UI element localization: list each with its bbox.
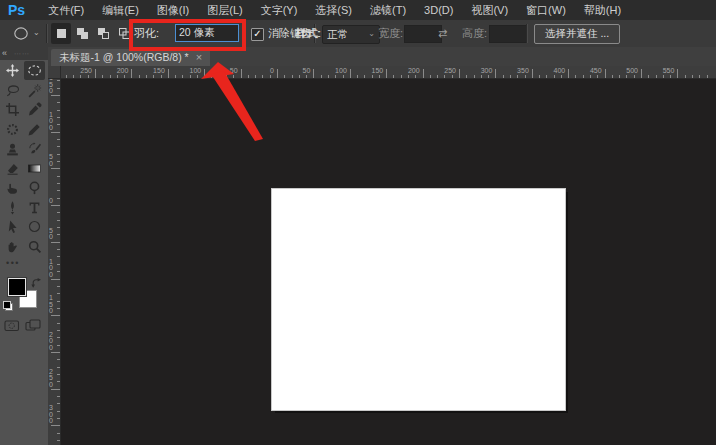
ruler-tick (634, 75, 635, 78)
ruler-tick (51, 279, 60, 280)
eraser-icon (5, 161, 20, 176)
tool-ellipse-shape[interactable] (24, 217, 45, 236)
ruler-tick (57, 139, 60, 140)
ruler-tick (51, 315, 60, 316)
menu-item-4[interactable]: 文字(Y) (252, 0, 307, 20)
ruler-tick (57, 337, 60, 338)
ruler-tick (57, 176, 60, 177)
tool-smudge[interactable] (2, 178, 23, 197)
tool-eraser[interactable] (2, 159, 23, 178)
new-selection-button[interactable] (51, 23, 71, 44)
tool-history-brush[interactable] (24, 139, 45, 158)
ruler-tick (153, 75, 154, 78)
ruler-label: 200 (117, 67, 131, 74)
menu-item-7[interactable]: 3D(D) (415, 0, 462, 20)
ruler-tick (57, 301, 60, 302)
subtract-from-selection-button[interactable] (93, 23, 113, 44)
quick-mask-button[interactable] (4, 318, 20, 336)
pencil-icon (27, 122, 42, 137)
smudge-icon (5, 180, 20, 195)
ruler-label: 2 5 0 (49, 368, 53, 388)
add-to-selection-button[interactable] (72, 23, 92, 44)
ruler-tick (692, 75, 693, 78)
tool-hand[interactable] (2, 237, 23, 256)
ruler-tick (117, 75, 118, 78)
menu-item-6[interactable]: 滤镜(T) (361, 0, 415, 20)
ruler-tick (401, 75, 402, 78)
document-tab[interactable]: 未标题-1 @ 100%(RGB/8) * × (51, 49, 210, 66)
tool-move[interactable] (2, 61, 23, 80)
tool-clone-stamp[interactable] (2, 139, 23, 158)
tool-preset-button[interactable]: ⌄ (13, 20, 40, 47)
ruler-tick (699, 75, 700, 78)
tool-zoom[interactable] (24, 237, 45, 256)
tool-crop[interactable] (2, 100, 23, 119)
menu-item-2[interactable]: 图像(I) (148, 0, 198, 20)
feather-input[interactable] (175, 24, 239, 42)
gradient-icon (27, 161, 42, 176)
tool-path-selection[interactable] (2, 217, 23, 236)
width-input[interactable] (404, 25, 442, 43)
style-dropdown[interactable]: 正常 ⌄ (322, 25, 380, 44)
height-input[interactable] (489, 25, 527, 43)
ruler-label: 300 (481, 67, 495, 74)
ruler-label: 350 (517, 67, 531, 74)
default-colors-icon[interactable] (3, 301, 13, 311)
ruler-label: 5 0 (49, 154, 53, 167)
ruler-tick (80, 75, 81, 78)
ruler-tick (554, 75, 555, 78)
ruler-tick (219, 75, 220, 78)
edit-toolbar-icon[interactable]: ••• (6, 258, 20, 268)
menu-item-5[interactable]: 选择(S) (306, 0, 361, 20)
tool-elliptical-marquee[interactable] (24, 61, 45, 80)
canvas-pasteboard[interactable] (61, 79, 716, 445)
tool-type[interactable] (24, 198, 45, 217)
elliptical-marquee-icon (27, 63, 42, 78)
ruler-tick (51, 205, 60, 206)
intersect-selection-button[interactable] (114, 23, 134, 44)
anti-alias-checkbox[interactable]: ✓ (251, 28, 264, 41)
top-ruler[interactable]: 2502001501005005010015020025030035040045… (61, 66, 716, 79)
collapse-panel-icon[interactable]: « (2, 47, 7, 59)
menu-item-1[interactable]: 编辑(E) (93, 0, 148, 20)
ruler-tick (57, 271, 60, 272)
ruler-tick (146, 75, 147, 78)
ruler-label: 550 (663, 67, 677, 74)
ruler-label: 50 (230, 67, 240, 74)
ruler-tick (211, 75, 212, 78)
ruler-tick (57, 286, 60, 287)
left-ruler[interactable]: 1 5 01 0 05 005 01 0 01 5 02 0 02 5 03 0… (48, 79, 61, 445)
foreground-color-swatch[interactable] (8, 278, 26, 296)
tool-dodge[interactable] (24, 178, 45, 197)
history-brush-icon (27, 141, 42, 156)
tools-panel: « ⋯⋯ ••• (0, 47, 49, 445)
menu-item-8[interactable]: 视图(V) (462, 0, 517, 20)
menu-item-0[interactable]: 文件(F) (39, 0, 93, 20)
feather-label: 羽化: (134, 20, 159, 47)
tool-healing-brush[interactable] (2, 120, 23, 139)
select-and-mask-button[interactable]: 选择并遮住 ... (534, 24, 620, 44)
ruler-tick (656, 75, 657, 78)
ruler-tick (57, 88, 60, 89)
ruler-tick (605, 69, 606, 78)
ellipse-preset-icon (13, 26, 30, 41)
ruler-tick (161, 75, 162, 78)
document-canvas[interactable] (272, 189, 565, 410)
screen-mode-button[interactable] (25, 318, 41, 336)
menu-item-3[interactable]: 图层(L) (198, 0, 251, 20)
tools-panel-header[interactable]: « ⋯⋯ (0, 47, 48, 60)
ruler-tick (343, 75, 344, 78)
tool-magic-wand[interactable] (24, 81, 45, 100)
ruler-tick (197, 75, 198, 78)
swap-dimensions-icon[interactable]: ⇄ (438, 20, 447, 47)
menu-item-10[interactable]: 帮助(H) (575, 0, 630, 20)
tool-eyedropper[interactable] (24, 100, 45, 119)
tool-gradient[interactable] (24, 159, 45, 178)
tool-pencil[interactable] (24, 120, 45, 139)
close-icon[interactable]: × (196, 52, 202, 63)
ruler-tick (57, 249, 60, 250)
menu-item-9[interactable]: 窗口(W) (517, 0, 575, 20)
tool-pen[interactable] (2, 198, 23, 217)
tool-lasso[interactable] (2, 81, 23, 100)
intersect-selection-icon (117, 26, 132, 41)
